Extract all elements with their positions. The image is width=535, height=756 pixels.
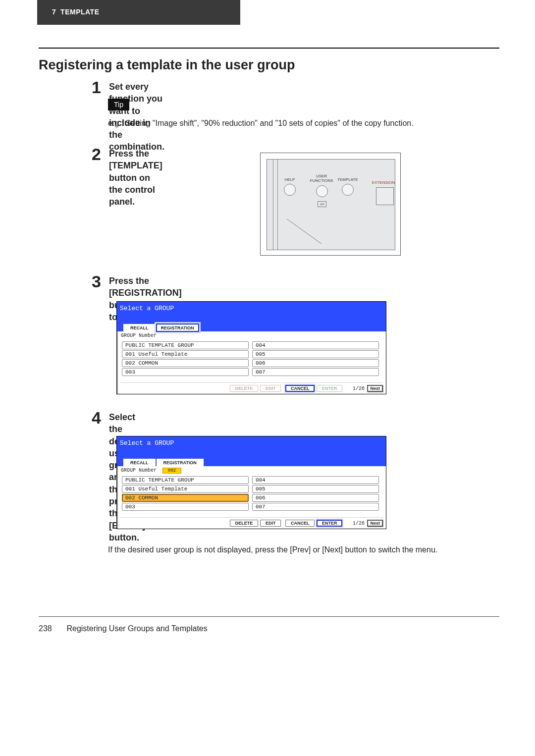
group-row[interactable]: 001 Useful Template [122,350,249,358]
panel-help-button[interactable] [284,184,296,196]
panel-diagonal-line [287,219,321,246]
page-number: 238 [39,624,64,633]
tab-registration[interactable]: REGISTRATION [156,458,204,466]
step-heading-2: Press the [TEMPLATE] button on the contr… [109,148,162,208]
panel-extension-button[interactable] [376,187,394,205]
panel-user-functions-button[interactable] [316,185,328,197]
enter-button[interactable]: ENTER [317,520,343,527]
group-row[interactable]: 003 [122,503,249,511]
group-row[interactable]: 001 Useful Template [122,485,249,493]
section-title: Registering a template in the user group [39,57,295,73]
group-row[interactable]: PUBLIC TEMPLATE GROUP [122,476,249,484]
group-row[interactable]: 007 [252,503,379,511]
cancel-button[interactable]: CANCEL [285,520,315,527]
step-heading-1: Set every function you want to include i… [109,81,164,153]
delete-button[interactable]: DELETE [230,385,259,392]
tip-text: e.g.: Setting "Image shift", "90% reduct… [108,119,414,128]
group-row[interactable]: 004 [252,476,379,484]
panel-template-button[interactable] [342,184,354,196]
ts-subhead: GROUP Number 002 [121,468,181,474]
step-number-2: 2 [92,145,101,164]
pager-label: 1/26 [353,386,365,391]
group-row[interactable]: PUBLIC TEMPLATE GROUP [122,341,249,349]
group-row[interactable]: 006 [252,359,379,367]
panel-template-label: TEMPLATE [337,177,358,182]
touch-screen-registration: Select a GROUP RECALLREGISTRATION GROUP … [116,301,386,394]
pager-label: 1/26 [353,521,365,526]
tab-recall[interactable]: RECALL [123,458,156,466]
panel-indicator-icon: 123 [318,201,326,207]
panel-user-functions-label: USER FUNCTIONS [310,174,333,183]
group-row[interactable]: 007 [252,368,379,376]
delete-button[interactable]: DELETE [230,520,259,527]
panel-help-label: HELP [284,177,296,182]
step4-note: If the desired user group is not display… [108,544,437,555]
cancel-button[interactable]: CANCEL [285,385,315,392]
group-row[interactable]: 005 [252,350,379,358]
step-number-4: 4 [92,408,101,428]
enter-button[interactable]: ENTER [317,385,343,392]
page-footer: 238 Registering User Groups and Template… [39,624,208,633]
tip-badge: Tip [108,99,129,110]
group-row[interactable]: 004 [252,341,379,349]
group-row[interactable]: 002 COMMON [122,359,249,367]
group-row-selected[interactable]: 002 COMMON [122,494,249,502]
ts-subhead: GROUP Number [121,333,157,338]
step-number-1: 1 [92,78,101,97]
ts-title: Select a GROUP [120,305,174,312]
group-row[interactable]: 006 [252,494,379,502]
ts-title: Select a GROUP [120,439,174,447]
svg-line-0 [287,219,321,244]
touch-screen-select-group: Select a GROUP RECALLREGISTRATION GROUP … [116,436,386,529]
tab-recall[interactable]: RECALL [123,324,156,331]
tab-registration[interactable]: REGISTRATION [156,324,199,332]
edit-button[interactable]: EDIT [260,385,281,392]
rule-bottom [39,616,499,617]
next-button[interactable]: Next [367,385,383,392]
chapter-label: 7 TEMPLATE [52,8,99,16]
group-row[interactable]: 005 [252,485,379,493]
group-row[interactable]: 003 [122,368,249,376]
edit-button[interactable]: EDIT [260,520,281,527]
group-number-field: 002 [162,468,181,474]
rule-top [39,48,499,49]
panel-extension-label: EXTENSION [372,180,395,185]
step-number-3: 3 [92,272,101,291]
next-button[interactable]: Next [367,520,383,527]
control-panel-illustration: HELP USER FUNCTIONS 123 TEMPLATE EXTENSI… [260,153,401,256]
footer-title: Registering User Groups and Templates [66,624,207,633]
